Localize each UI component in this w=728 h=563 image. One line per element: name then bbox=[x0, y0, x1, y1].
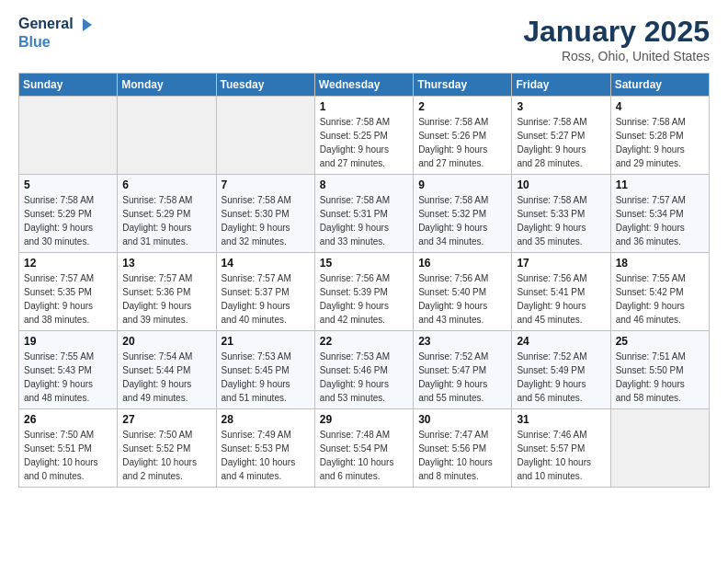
weekday-header-saturday: Saturday bbox=[610, 74, 709, 97]
calendar-cell: 21Sunrise: 7:53 AMSunset: 5:45 PMDayligh… bbox=[216, 331, 314, 409]
calendar-cell: 17Sunrise: 7:56 AMSunset: 5:41 PMDayligh… bbox=[512, 253, 610, 331]
weekday-header-row: SundayMondayTuesdayWednesdayThursdayFrid… bbox=[19, 74, 710, 97]
day-detail: Sunrise: 7:58 AMSunset: 5:31 PMDaylight:… bbox=[320, 193, 408, 248]
location: Ross, Ohio, United States bbox=[523, 49, 710, 63]
calendar-week-row: 19Sunrise: 7:55 AMSunset: 5:43 PMDayligh… bbox=[19, 331, 710, 409]
calendar-table: SundayMondayTuesdayWednesdayThursdayFrid… bbox=[18, 73, 710, 488]
day-detail: Sunrise: 7:50 AMSunset: 5:52 PMDaylight:… bbox=[122, 428, 210, 483]
day-detail: Sunrise: 7:57 AMSunset: 5:37 PMDaylight:… bbox=[222, 271, 310, 327]
day-detail: Sunrise: 7:58 AMSunset: 5:27 PMDaylight:… bbox=[517, 115, 605, 170]
day-number: 31 bbox=[517, 413, 605, 426]
calendar-cell: 24Sunrise: 7:52 AMSunset: 5:49 PMDayligh… bbox=[512, 331, 610, 409]
day-detail: Sunrise: 7:57 AMSunset: 5:36 PMDaylight:… bbox=[122, 271, 210, 327]
day-number: 5 bbox=[24, 178, 112, 191]
day-number: 15 bbox=[320, 257, 408, 270]
day-detail: Sunrise: 7:52 AMSunset: 5:49 PMDaylight:… bbox=[517, 350, 605, 405]
calendar-week-row: 12Sunrise: 7:57 AMSunset: 5:35 PMDayligh… bbox=[19, 253, 710, 331]
weekday-header-tuesday: Tuesday bbox=[216, 74, 314, 97]
day-detail: Sunrise: 7:53 AMSunset: 5:46 PMDaylight:… bbox=[320, 350, 408, 405]
day-number: 16 bbox=[418, 257, 506, 270]
calendar-cell: 6Sunrise: 7:58 AMSunset: 5:29 PMDaylight… bbox=[118, 175, 216, 253]
day-detail: Sunrise: 7:58 AMSunset: 5:25 PMDaylight:… bbox=[320, 115, 408, 170]
day-number: 10 bbox=[517, 178, 605, 191]
calendar-cell: 2Sunrise: 7:58 AMSunset: 5:26 PMDaylight… bbox=[414, 97, 512, 175]
calendar-cell: 12Sunrise: 7:57 AMSunset: 5:35 PMDayligh… bbox=[19, 253, 118, 331]
logo: General Blue bbox=[18, 15, 96, 51]
day-detail: Sunrise: 7:57 AMSunset: 5:34 PMDaylight:… bbox=[616, 193, 704, 248]
day-number: 8 bbox=[320, 178, 408, 191]
day-number: 14 bbox=[222, 257, 310, 270]
calendar-cell: 26Sunrise: 7:50 AMSunset: 5:51 PMDayligh… bbox=[19, 409, 118, 488]
calendar-cell: 18Sunrise: 7:55 AMSunset: 5:42 PMDayligh… bbox=[610, 253, 709, 331]
day-detail: Sunrise: 7:55 AMSunset: 5:43 PMDaylight:… bbox=[24, 350, 112, 405]
day-number: 11 bbox=[616, 178, 704, 191]
day-detail: Sunrise: 7:56 AMSunset: 5:40 PMDaylight:… bbox=[418, 271, 506, 327]
calendar-cell: 14Sunrise: 7:57 AMSunset: 5:37 PMDayligh… bbox=[216, 253, 314, 331]
calendar-cell: 11Sunrise: 7:57 AMSunset: 5:34 PMDayligh… bbox=[610, 175, 709, 253]
day-number: 9 bbox=[418, 178, 506, 191]
day-detail: Sunrise: 7:58 AMSunset: 5:29 PMDaylight:… bbox=[24, 193, 112, 248]
calendar-cell: 19Sunrise: 7:55 AMSunset: 5:43 PMDayligh… bbox=[19, 331, 118, 409]
calendar-cell: 23Sunrise: 7:52 AMSunset: 5:47 PMDayligh… bbox=[414, 331, 512, 409]
day-detail: Sunrise: 7:58 AMSunset: 5:28 PMDaylight:… bbox=[616, 115, 704, 170]
day-detail: Sunrise: 7:55 AMSunset: 5:42 PMDaylight:… bbox=[616, 271, 704, 327]
day-number: 22 bbox=[320, 335, 408, 348]
calendar-cell: 10Sunrise: 7:58 AMSunset: 5:33 PMDayligh… bbox=[512, 175, 610, 253]
weekday-header-monday: Monday bbox=[118, 74, 216, 97]
day-detail: Sunrise: 7:52 AMSunset: 5:47 PMDaylight:… bbox=[418, 350, 506, 405]
day-number: 17 bbox=[517, 257, 605, 270]
day-number: 30 bbox=[418, 413, 506, 426]
weekday-header-sunday: Sunday bbox=[19, 74, 118, 97]
weekday-header-friday: Friday bbox=[512, 74, 610, 97]
calendar-week-row: 1Sunrise: 7:58 AMSunset: 5:25 PMDaylight… bbox=[19, 97, 710, 175]
calendar-cell: 9Sunrise: 7:58 AMSunset: 5:32 PMDaylight… bbox=[414, 175, 512, 253]
day-number: 3 bbox=[517, 100, 605, 113]
day-detail: Sunrise: 7:58 AMSunset: 5:29 PMDaylight:… bbox=[122, 193, 210, 248]
calendar-cell: 7Sunrise: 7:58 AMSunset: 5:30 PMDaylight… bbox=[216, 175, 314, 253]
calendar-cell: 8Sunrise: 7:58 AMSunset: 5:31 PMDaylight… bbox=[314, 175, 413, 253]
weekday-header-wednesday: Wednesday bbox=[314, 74, 413, 97]
day-number: 28 bbox=[222, 413, 310, 426]
title-block: January 2025 Ross, Ohio, United States bbox=[523, 15, 710, 63]
day-number: 26 bbox=[24, 413, 112, 426]
calendar-week-row: 26Sunrise: 7:50 AMSunset: 5:51 PMDayligh… bbox=[19, 409, 710, 488]
svg-marker-0 bbox=[83, 18, 92, 31]
page-header: General Blue January 2025 Ross, Ohio, Un… bbox=[18, 15, 710, 63]
day-detail: Sunrise: 7:57 AMSunset: 5:35 PMDaylight:… bbox=[24, 271, 112, 327]
day-detail: Sunrise: 7:50 AMSunset: 5:51 PMDaylight:… bbox=[24, 428, 112, 483]
day-detail: Sunrise: 7:58 AMSunset: 5:33 PMDaylight:… bbox=[517, 193, 605, 248]
calendar-cell: 27Sunrise: 7:50 AMSunset: 5:52 PMDayligh… bbox=[118, 409, 216, 488]
calendar-cell: 3Sunrise: 7:58 AMSunset: 5:27 PMDaylight… bbox=[512, 97, 610, 175]
day-detail: Sunrise: 7:53 AMSunset: 5:45 PMDaylight:… bbox=[222, 350, 310, 405]
day-detail: Sunrise: 7:58 AMSunset: 5:32 PMDaylight:… bbox=[418, 193, 506, 248]
calendar-cell: 20Sunrise: 7:54 AMSunset: 5:44 PMDayligh… bbox=[118, 331, 216, 409]
calendar-cell: 15Sunrise: 7:56 AMSunset: 5:39 PMDayligh… bbox=[314, 253, 413, 331]
day-detail: Sunrise: 7:58 AMSunset: 5:30 PMDaylight:… bbox=[222, 193, 310, 248]
day-number: 4 bbox=[616, 100, 704, 113]
calendar-cell: 13Sunrise: 7:57 AMSunset: 5:36 PMDayligh… bbox=[118, 253, 216, 331]
day-detail: Sunrise: 7:51 AMSunset: 5:50 PMDaylight:… bbox=[616, 350, 704, 405]
logo-text: General Blue bbox=[18, 15, 96, 51]
month-title: January 2025 bbox=[523, 15, 710, 49]
calendar-cell bbox=[19, 97, 118, 175]
calendar-cell: 22Sunrise: 7:53 AMSunset: 5:46 PMDayligh… bbox=[314, 331, 413, 409]
day-number: 29 bbox=[320, 413, 408, 426]
day-detail: Sunrise: 7:47 AMSunset: 5:56 PMDaylight:… bbox=[418, 428, 506, 483]
day-number: 19 bbox=[24, 335, 112, 348]
weekday-header-thursday: Thursday bbox=[414, 74, 512, 97]
calendar-cell: 31Sunrise: 7:46 AMSunset: 5:57 PMDayligh… bbox=[512, 409, 610, 488]
day-detail: Sunrise: 7:46 AMSunset: 5:57 PMDaylight:… bbox=[517, 428, 605, 483]
calendar-cell bbox=[610, 409, 709, 488]
calendar-cell bbox=[118, 97, 216, 175]
calendar-week-row: 5Sunrise: 7:58 AMSunset: 5:29 PMDaylight… bbox=[19, 175, 710, 253]
day-number: 27 bbox=[122, 413, 210, 426]
calendar-cell: 16Sunrise: 7:56 AMSunset: 5:40 PMDayligh… bbox=[414, 253, 512, 331]
day-number: 2 bbox=[418, 100, 506, 113]
day-number: 25 bbox=[616, 335, 704, 348]
day-detail: Sunrise: 7:48 AMSunset: 5:54 PMDaylight:… bbox=[320, 428, 408, 483]
day-number: 6 bbox=[122, 178, 210, 191]
day-number: 1 bbox=[320, 100, 408, 113]
calendar-cell bbox=[216, 97, 314, 175]
calendar-cell: 28Sunrise: 7:49 AMSunset: 5:53 PMDayligh… bbox=[216, 409, 314, 488]
calendar-cell: 29Sunrise: 7:48 AMSunset: 5:54 PMDayligh… bbox=[314, 409, 413, 488]
